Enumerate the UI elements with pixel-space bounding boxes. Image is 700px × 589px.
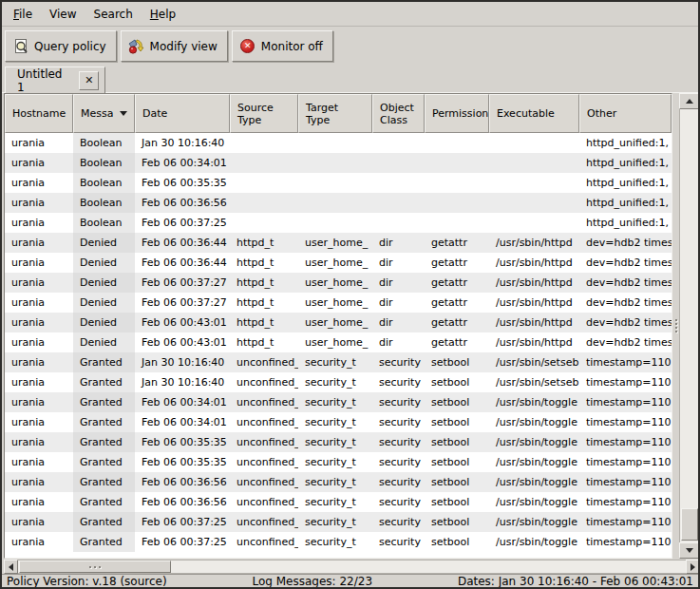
table-cell[interactable]: Feb 06 00:37:27 [135, 273, 230, 293]
table-cell[interactable]: Feb 06 00:34:01 [135, 412, 230, 432]
table-cell[interactable]: Granted [73, 372, 135, 392]
table-cell[interactable]: user_home_ [298, 253, 372, 273]
table-row[interactable]: uraniaGrantedFeb 06 00:36:56unconfined_s… [5, 472, 672, 492]
table-cell[interactable]: security [372, 472, 425, 492]
table-cell[interactable] [489, 153, 579, 173]
table-cell[interactable]: setbool [425, 412, 489, 432]
table-cell[interactable] [425, 213, 489, 233]
table-cell[interactable]: setbool [425, 372, 489, 392]
table-cell[interactable]: httpd_unified:1, h [579, 213, 672, 233]
scroll-right-button[interactable] [686, 560, 700, 574]
table-cell[interactable]: user_home_ [298, 273, 372, 293]
table-row[interactable]: uraniaGrantedFeb 06 00:35:35unconfined_s… [5, 432, 672, 452]
table-cell[interactable]: dev=hdb2 timesta [579, 332, 672, 352]
table-cell[interactable]: timestamp=11076 [579, 392, 672, 412]
table-cell[interactable] [372, 213, 425, 233]
table-cell[interactable]: urania [5, 452, 73, 472]
table-cell[interactable]: urania [5, 193, 73, 213]
table-cell[interactable]: Granted [73, 392, 135, 412]
table-cell[interactable]: dir [372, 253, 425, 273]
table-cell[interactable]: getattr [425, 233, 489, 253]
table-cell[interactable]: dev=hdb2 timesta [579, 293, 672, 313]
table-cell[interactable]: getattr [425, 253, 489, 273]
table-cell[interactable]: Feb 06 00:36:56 [135, 472, 230, 492]
table-cell[interactable] [372, 193, 425, 213]
table-cell[interactable]: Feb 06 00:37:25 [135, 532, 230, 552]
table-cell[interactable] [230, 133, 298, 153]
table-cell[interactable] [489, 173, 579, 193]
table-cell[interactable]: Feb 06 00:43:01 [135, 313, 230, 332]
table-cell[interactable]: dir [372, 293, 425, 313]
table-cell[interactable]: setbool [425, 452, 489, 472]
table-cell[interactable]: Feb 06 00:35:35 [135, 432, 230, 452]
table-cell[interactable]: /usr/sbin/httpd [489, 293, 579, 313]
table-cell[interactable]: Granted [73, 492, 135, 512]
table-cell[interactable]: timestamp=11076 [579, 432, 672, 452]
vertical-scroll-track[interactable] [679, 109, 700, 542]
tab-close-button[interactable]: ✕ [79, 71, 99, 90]
table-cell[interactable]: timestamp=11076 [579, 512, 672, 532]
table-cell[interactable]: urania [5, 512, 73, 532]
table-cell[interactable]: security_t [298, 352, 372, 372]
table-cell[interactable]: urania [5, 153, 73, 173]
table-cell[interactable] [489, 133, 579, 153]
table-cell[interactable]: unconfined_ [230, 452, 298, 472]
tab-untitled-1[interactable]: Untitled 1 ✕ [5, 66, 105, 93]
table-cell[interactable]: dir [372, 332, 425, 352]
table-cell[interactable]: setbool [425, 472, 489, 492]
table-cell[interactable]: Feb 06 00:43:01 [135, 332, 230, 352]
column-header-date[interactable]: Date [135, 94, 230, 133]
monitor-off-button[interactable]: ✕ Monitor off [232, 30, 333, 62]
table-cell[interactable]: security_t [298, 412, 372, 432]
table-cell[interactable]: unconfined_ [230, 532, 298, 552]
table-cell[interactable]: security [372, 372, 425, 392]
column-header-hostname[interactable]: Hostname [5, 94, 73, 133]
menu-help[interactable]: Help [142, 4, 184, 25]
horizontal-scrollbar[interactable] [4, 560, 700, 574]
table-cell[interactable] [372, 153, 425, 173]
table-cell[interactable]: urania [5, 332, 73, 352]
table-row[interactable]: uraniaDeniedFeb 06 00:37:27httpd_tuser_h… [5, 273, 672, 293]
table-row[interactable]: uraniaBooleanFeb 06 00:37:25httpd_unifie… [5, 213, 672, 233]
table-cell[interactable]: Feb 06 00:36:56 [135, 193, 230, 213]
table-cell[interactable]: /usr/sbin/toggle [489, 512, 579, 532]
table-cell[interactable]: timestamp=11076 [579, 532, 672, 552]
table-cell[interactable]: setbool [425, 432, 489, 452]
table-cell[interactable]: /usr/sbin/httpd [489, 313, 579, 332]
table-row[interactable]: uraniaDeniedFeb 06 00:43:01httpd_tuser_h… [5, 313, 672, 332]
table-cell[interactable]: urania [5, 313, 73, 332]
table-cell[interactable]: Feb 06 00:34:01 [135, 392, 230, 412]
table-cell[interactable]: Feb 06 00:35:35 [135, 452, 230, 472]
table-cell[interactable]: security_t [298, 452, 372, 472]
table-cell[interactable]: security [372, 452, 425, 472]
table-cell[interactable]: dir [372, 233, 425, 253]
table-cell[interactable]: security [372, 532, 425, 552]
column-header-other[interactable]: Other [579, 94, 672, 133]
table-cell[interactable]: setbool [425, 512, 489, 532]
table-cell[interactable] [230, 173, 298, 193]
table-cell[interactable] [425, 133, 489, 153]
table-cell[interactable]: urania [5, 273, 73, 293]
column-header-object-class[interactable]: Object Class [372, 94, 425, 133]
table-cell[interactable]: security [372, 432, 425, 452]
table-cell[interactable]: user_home_ [298, 293, 372, 313]
table-cell[interactable]: dev=hdb2 timesta [579, 253, 672, 273]
table-cell[interactable]: unconfined_ [230, 432, 298, 452]
column-header-executable[interactable]: Executable [489, 94, 579, 133]
table-cell[interactable]: Boolean [73, 213, 135, 233]
table-cell[interactable] [298, 133, 372, 153]
table-cell[interactable]: /usr/sbin/httpd [489, 253, 579, 273]
table-row[interactable]: uraniaGrantedJan 30 10:16:40unconfined_s… [5, 372, 672, 392]
table-cell[interactable]: urania [5, 492, 73, 512]
table-cell[interactable]: security_t [298, 432, 372, 452]
table-cell[interactable]: security [372, 492, 425, 512]
table-cell[interactable] [230, 153, 298, 173]
menu-view[interactable]: View [41, 4, 85, 25]
table-row[interactable]: uraniaBooleanFeb 06 00:35:35httpd_unifie… [5, 173, 672, 193]
table-cell[interactable] [372, 133, 425, 153]
table-row[interactable]: uraniaBooleanFeb 06 00:34:01httpd_unifie… [5, 153, 672, 173]
table-cell[interactable]: /usr/sbin/toggle [489, 532, 579, 552]
table-cell[interactable]: urania [5, 233, 73, 253]
table-cell[interactable]: httpd_unified:1, h [579, 133, 672, 153]
table-row[interactable]: uraniaDeniedFeb 06 00:43:01httpd_tuser_h… [5, 332, 672, 352]
